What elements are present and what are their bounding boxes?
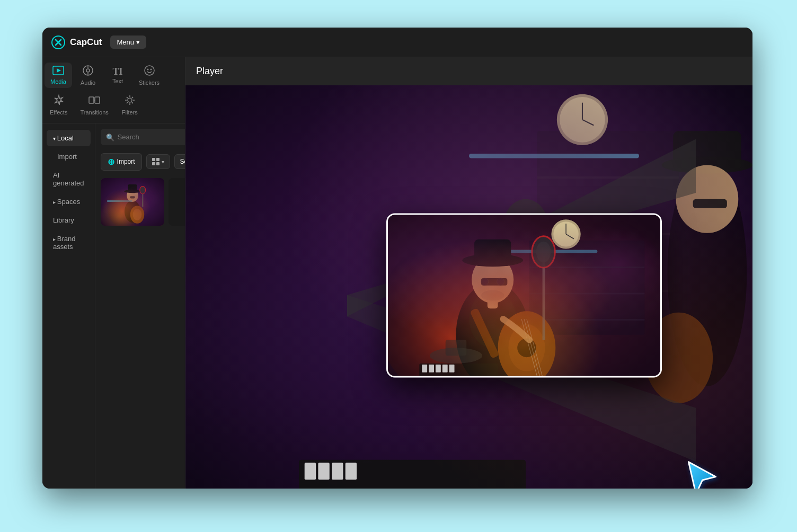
preview-window[interactable] bbox=[386, 213, 662, 377]
audio-icon bbox=[82, 65, 94, 78]
svg-point-29 bbox=[132, 209, 141, 220]
sidebar-item-local[interactable]: Local bbox=[47, 130, 91, 146]
media-content: 🔍 ⊕ Import bbox=[95, 123, 185, 489]
svg-marker-1 bbox=[57, 68, 61, 73]
app-window: CapCut Menu ▾ Media bbox=[42, 28, 752, 489]
svg-rect-65 bbox=[529, 292, 644, 294]
toolbar-item-transitions[interactable]: Transitions bbox=[75, 91, 113, 119]
toolbar-item-stickers[interactable]: Stickers bbox=[134, 61, 165, 89]
svg-rect-15 bbox=[156, 162, 160, 165]
chevron-down-icon: ▾ bbox=[162, 159, 164, 165]
media-thumbnail-1[interactable] bbox=[101, 178, 164, 226]
svg-rect-36 bbox=[537, 176, 679, 179]
svg-rect-77 bbox=[474, 239, 511, 262]
svg-point-39 bbox=[557, 94, 608, 145]
svg-point-25 bbox=[127, 189, 138, 202]
svg-line-86 bbox=[521, 318, 537, 376]
player-area[interactable] bbox=[185, 85, 752, 489]
svg-line-87 bbox=[524, 318, 540, 376]
left-panel: Media Audio TI bbox=[42, 57, 185, 489]
sidebar-item-library[interactable]: Library bbox=[47, 212, 91, 228]
svg-point-92 bbox=[430, 348, 482, 363]
right-section: Player bbox=[185, 57, 752, 489]
toolbar-item-audio[interactable]: Audio bbox=[74, 61, 102, 89]
thumb-image bbox=[101, 178, 164, 226]
plus-icon: ⊕ bbox=[108, 157, 114, 167]
svg-rect-43 bbox=[469, 154, 639, 158]
svg-point-67 bbox=[551, 219, 580, 249]
svg-rect-74 bbox=[488, 290, 498, 308]
panel-body: Local Import AI generated Spaces Library… bbox=[42, 123, 185, 489]
svg-point-81 bbox=[481, 290, 504, 300]
svg-rect-55 bbox=[318, 463, 329, 480]
svg-rect-51 bbox=[693, 199, 727, 208]
svg-rect-49 bbox=[673, 131, 741, 171]
svg-line-70 bbox=[566, 234, 574, 238]
svg-rect-60 bbox=[388, 215, 660, 376]
cursor-arrow-icon bbox=[684, 459, 721, 489]
text-icon: TI bbox=[112, 67, 122, 76]
svg-point-79 bbox=[481, 278, 489, 285]
svg-point-82 bbox=[498, 311, 556, 376]
audio-label: Audio bbox=[81, 79, 95, 86]
media-thumbnail-2[interactable] bbox=[169, 178, 185, 226]
sidebar-item-spaces[interactable]: Spaces bbox=[47, 193, 91, 210]
svg-rect-96 bbox=[429, 364, 434, 372]
preview-content bbox=[388, 215, 660, 376]
menu-button[interactable]: Menu ▾ bbox=[110, 36, 146, 49]
svg-point-73 bbox=[469, 290, 516, 348]
svg-rect-56 bbox=[332, 463, 343, 480]
toolbar-item-media[interactable]: Media bbox=[45, 63, 72, 88]
svg-point-76 bbox=[462, 254, 523, 267]
toolbar-item-text[interactable]: TI Text bbox=[104, 64, 131, 87]
app-name: CapCut bbox=[70, 37, 102, 48]
svg-rect-54 bbox=[305, 463, 316, 480]
svg-rect-89 bbox=[543, 256, 545, 340]
media-label: Media bbox=[50, 78, 66, 85]
side-nav: Local Import AI generated Spaces Library… bbox=[42, 123, 95, 489]
svg-rect-57 bbox=[346, 463, 357, 480]
import-label: Import bbox=[117, 158, 135, 165]
sidebar-item-import[interactable]: Import bbox=[47, 148, 91, 165]
player-title: Player bbox=[196, 66, 223, 76]
svg-rect-13 bbox=[156, 158, 160, 161]
toolbar-item-filters[interactable]: Filters bbox=[116, 91, 144, 119]
sidebar-item-ai-generated[interactable]: AI generated bbox=[47, 167, 91, 191]
svg-rect-95 bbox=[422, 364, 427, 372]
preview-scene bbox=[388, 215, 660, 376]
svg-point-47 bbox=[668, 159, 747, 386]
toolbar-item-effects[interactable]: Effects bbox=[45, 91, 73, 119]
svg-line-88 bbox=[527, 318, 543, 376]
svg-rect-53 bbox=[299, 460, 526, 489]
transitions-label: Transitions bbox=[80, 109, 108, 116]
svg-point-48 bbox=[662, 156, 752, 173]
svg-rect-98 bbox=[442, 364, 448, 372]
search-wrapper: 🔍 bbox=[101, 129, 185, 145]
effects-icon bbox=[53, 94, 65, 108]
svg-rect-44 bbox=[469, 154, 639, 158]
search-icon: 🔍 bbox=[106, 133, 114, 141]
svg-point-31 bbox=[139, 187, 145, 194]
svg-rect-66 bbox=[529, 318, 644, 320]
svg-marker-100 bbox=[688, 462, 715, 489]
svg-point-24 bbox=[125, 200, 140, 223]
svg-point-28 bbox=[130, 206, 144, 224]
svg-point-40 bbox=[560, 97, 605, 143]
svg-rect-27 bbox=[128, 184, 137, 192]
import-button[interactable]: ⊕ Import bbox=[101, 153, 142, 171]
svg-rect-10 bbox=[95, 97, 100, 103]
svg-rect-32 bbox=[107, 200, 132, 202]
media-icon bbox=[52, 66, 64, 77]
sidebar-item-brand-assets[interactable]: Brand assets bbox=[47, 230, 91, 255]
sort-button[interactable]: Sort bbox=[174, 154, 185, 169]
svg-rect-78 bbox=[481, 278, 507, 285]
svg-rect-99 bbox=[449, 364, 455, 372]
svg-point-6 bbox=[145, 66, 154, 75]
filters-icon bbox=[124, 94, 136, 108]
svg-point-7 bbox=[147, 69, 148, 70]
svg-point-68 bbox=[553, 221, 578, 246]
view-toggle-button[interactable]: ▾ bbox=[146, 154, 170, 169]
text-label: Text bbox=[112, 78, 123, 84]
svg-point-3 bbox=[86, 69, 90, 72]
svg-rect-63 bbox=[529, 240, 644, 334]
